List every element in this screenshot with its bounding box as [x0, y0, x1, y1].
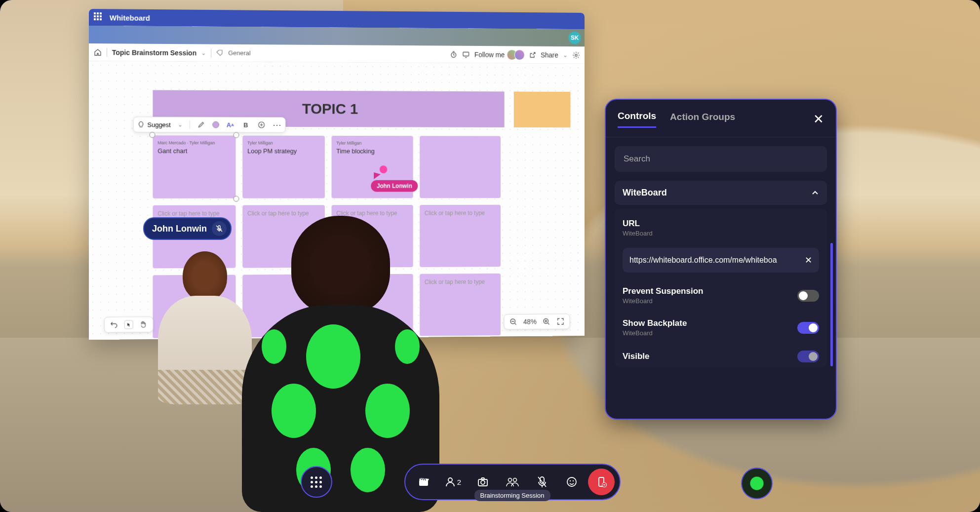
svg-rect-8 — [419, 480, 428, 486]
control-label: URL — [623, 219, 653, 229]
self-avatar-pip[interactable] — [741, 468, 773, 499]
control-sublabel: WiteBoard — [623, 297, 703, 305]
more-icon[interactable]: ⋯ — [273, 120, 281, 129]
selection-toolbar: Suggest ⌄ AA B ⋯ — [133, 117, 286, 133]
controls-panel: Controls Action Groups ✕ Search WiteBoar… — [605, 99, 837, 420]
resize-handle-icon[interactable] — [234, 132, 239, 138]
toggle-show-backplate[interactable] — [797, 322, 819, 334]
mic-muted-icon[interactable] — [212, 221, 227, 236]
section-header[interactable]: WiteBoard — [615, 181, 827, 205]
fit-screen-icon[interactable] — [556, 317, 565, 326]
participant-count: 2 — [457, 478, 461, 486]
suggest-button[interactable]: Suggest — [138, 121, 171, 128]
hand-tool-icon[interactable] — [139, 320, 148, 329]
menu-button[interactable] — [301, 466, 332, 498]
note-author: Tyler Milligan — [247, 141, 320, 146]
sticky-note[interactable]: Tyler Milligan Loop PM strategy — [242, 136, 325, 198]
resize-handle-icon[interactable] — [149, 132, 155, 138]
zoom-in-icon[interactable] — [542, 317, 550, 326]
svg-point-17 — [572, 480, 573, 481]
react-button[interactable] — [558, 469, 585, 495]
cursor-pointer-icon — [374, 172, 381, 179]
gear-icon[interactable] — [572, 51, 580, 59]
chevron-down-icon[interactable]: ⌄ — [201, 49, 206, 56]
sticky-note[interactable]: Marc Mercado · Tyler Milligan Gant chart — [153, 135, 235, 198]
control-label: Prevent Suspension — [623, 286, 703, 296]
svg-rect-1 — [463, 52, 469, 56]
url-value: https://whiteboard.office.com/me/whitebo… — [629, 256, 777, 265]
leave-button[interactable] — [588, 469, 615, 495]
clapper-button[interactable] — [410, 469, 437, 495]
whiteboard-hero-image: SK — [89, 26, 585, 46]
add-icon[interactable] — [257, 120, 266, 129]
control-label: Show Backplate — [623, 318, 687, 328]
pointer-tool-icon[interactable] — [124, 320, 133, 329]
participant-name-pill: John Lonwin — [143, 217, 232, 240]
follow-me-label[interactable]: Follow me — [474, 50, 505, 58]
text-style-icon[interactable]: AA — [226, 120, 235, 129]
svg-point-13 — [513, 478, 516, 482]
user-badge-sk[interactable]: SK — [569, 32, 581, 44]
toggle-visible[interactable] — [797, 351, 819, 362]
search-input[interactable]: Search — [615, 146, 827, 172]
control-row-prevent-suspension: Prevent Suspension WiteBoard — [615, 279, 827, 312]
divider — [189, 120, 190, 129]
participants-button[interactable]: 2 — [440, 469, 467, 495]
svg-point-16 — [569, 480, 570, 481]
doc-title[interactable]: Topic Brainstorm Session — [112, 48, 196, 57]
color-picker-icon[interactable] — [212, 121, 219, 128]
controls-tabs: Controls Action Groups ✕ — [606, 111, 836, 137]
sticky-note-empty[interactable] — [420, 136, 501, 198]
control-label: Visible — [623, 352, 650, 361]
participant-avatars[interactable] — [510, 49, 525, 60]
whiteboard-toolbar: Topic Brainstorm Session ⌄ General Follo… — [89, 43, 585, 64]
scrollbar[interactable] — [830, 243, 833, 366]
topic-2-peek[interactable] — [514, 92, 571, 128]
zoom-group: 48% — [504, 314, 570, 329]
cursor-avatar-icon — [380, 165, 388, 173]
chevron-down-icon[interactable]: ⌄ — [563, 51, 568, 58]
clear-icon[interactable]: ✕ — [805, 255, 812, 266]
svg-point-2 — [575, 54, 577, 56]
bold-icon[interactable]: B — [241, 120, 250, 129]
zoom-level[interactable]: 48% — [523, 318, 537, 326]
dock-pill: 2 Brainstorming Session — [404, 464, 621, 500]
note-text: Loop PM strategy — [247, 147, 297, 155]
apps-grid-icon[interactable] — [94, 12, 104, 22]
resize-handle-icon[interactable] — [234, 196, 239, 202]
controls-section-witeboard: WiteBoard URL WiteBoard https://whiteboa… — [615, 181, 827, 367]
cursor-user-label: John Lonwin — [371, 180, 418, 192]
timer-icon[interactable] — [450, 50, 457, 58]
url-input[interactable]: https://whiteboard.office.com/me/whitebo… — [623, 248, 819, 273]
tab-controls[interactable]: Controls — [618, 111, 656, 128]
home-icon[interactable] — [94, 48, 102, 56]
control-sublabel: WiteBoard — [623, 329, 687, 337]
chevron-down-icon[interactable]: ⌄ — [178, 121, 183, 128]
menu-grid-icon — [311, 476, 322, 488]
control-sublabel: WiteBoard — [623, 230, 653, 237]
note-text: Time blocking — [336, 148, 375, 155]
tag-label[interactable]: General — [228, 49, 251, 57]
tab-action-groups[interactable]: Action Groups — [670, 112, 735, 127]
separator — [107, 48, 107, 57]
section-title: WiteBoard — [623, 188, 667, 198]
zoom-out-icon[interactable] — [509, 317, 517, 326]
note-text: Gant chart — [157, 147, 187, 155]
share-icon[interactable] — [529, 51, 536, 58]
undo-icon[interactable] — [110, 320, 118, 329]
dock-bar: 2 Brainstorming Session — [360, 464, 621, 500]
close-icon[interactable]: ✕ — [813, 112, 824, 127]
svg-point-12 — [508, 478, 511, 482]
tag-icon[interactable] — [216, 49, 223, 56]
control-row-visible: Visible — [615, 344, 827, 364]
toggle-prevent-suspension[interactable] — [797, 290, 819, 302]
control-row-url: URL WiteBoard — [615, 212, 827, 244]
share-label[interactable]: Share — [541, 51, 558, 59]
remote-cursor: John Lonwin — [371, 172, 418, 192]
edit-icon[interactable] — [196, 120, 205, 129]
whiteboard-app-title: Whiteboard — [110, 13, 150, 22]
chevron-up-icon — [811, 189, 819, 197]
canvas-tools-group — [104, 316, 153, 333]
suggest-label: Suggest — [148, 121, 171, 128]
present-icon[interactable] — [462, 50, 470, 58]
